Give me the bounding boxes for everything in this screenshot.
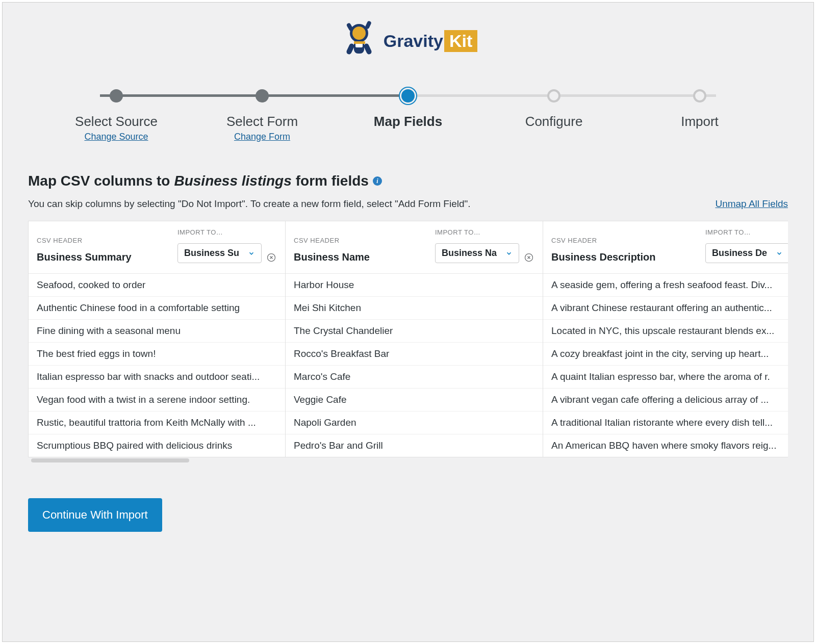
- preview-cell: Pedro's Bar and Grill: [286, 434, 543, 457]
- step-label: Select Form: [226, 114, 298, 130]
- clear-mapping-button[interactable]: [523, 252, 534, 263]
- chevron-down-icon: [248, 250, 255, 257]
- step-configure: Configure: [481, 89, 627, 130]
- step-label: Configure: [525, 114, 583, 130]
- unmap-all-link[interactable]: Unmap All Fields: [715, 198, 788, 210]
- csv-header-value: Business Description: [551, 251, 700, 263]
- preview-cell: A vibrant vegan cafe offering a deliciou…: [543, 389, 788, 411]
- svg-rect-8: [354, 41, 365, 44]
- preview-cell: Harbor House: [286, 274, 543, 297]
- preview-cell: A vibrant Chinese restaurant offering an…: [543, 297, 788, 320]
- import-to-select[interactable]: Business Su: [177, 243, 262, 263]
- import-to-select[interactable]: Business De: [705, 243, 788, 263]
- chevron-down-icon: [776, 250, 783, 257]
- preview-cell: Vegan food with a twist in a serene indo…: [29, 389, 285, 411]
- preview-cell: A seaside gem, offering a fresh seafood …: [543, 274, 788, 297]
- change-source-link[interactable]: Change Source: [84, 132, 148, 142]
- csv-header-value: Business Summary: [37, 251, 172, 263]
- import-to-label: IMPORT TO…: [705, 228, 788, 236]
- astronaut-icon: [339, 18, 379, 64]
- csv-header-label: CSV HEADER: [294, 237, 430, 244]
- svg-rect-3: [363, 43, 372, 55]
- svg-rect-2: [346, 43, 355, 55]
- preview-cell: Authentic Chinese food in a comfortable …: [29, 297, 285, 320]
- preview-cell: Fine dining with a seasonal menu: [29, 320, 285, 343]
- progress-stepper: Select Source Change Source Select Form …: [3, 79, 813, 173]
- preview-cell: Seafood, cooked to order: [29, 274, 285, 297]
- preview-cell: Mei Shi Kitchen: [286, 297, 543, 320]
- clear-mapping-button[interactable]: [266, 252, 277, 263]
- horizontal-scrollbar[interactable]: [28, 458, 788, 462]
- step-label: Select Source: [75, 114, 158, 130]
- page-title: Map CSV columns to Business listings for…: [28, 173, 788, 189]
- preview-cell: Marco's Cafe: [286, 366, 543, 389]
- step-map-fields: Map Fields: [335, 89, 481, 130]
- change-form-link[interactable]: Change Form: [234, 132, 290, 142]
- preview-cell: The best fried eggs in town!: [29, 343, 285, 366]
- preview-cell: Veggie Cafe: [286, 389, 543, 411]
- svg-point-6: [352, 27, 366, 40]
- mapping-table: CSV HEADER Business Summary IMPORT TO… B…: [28, 221, 788, 462]
- step-import: Import: [627, 89, 773, 130]
- csv-header-label: CSV HEADER: [37, 237, 172, 244]
- help-text: You can skip columns by selecting "Do No…: [28, 198, 471, 210]
- close-circle-icon: [524, 252, 534, 263]
- preview-cell: Italian espresso bar with snacks and out…: [29, 366, 285, 389]
- brand-logo: Gravity Kit: [339, 18, 478, 64]
- step-select-form: Select Form Change Form: [189, 89, 335, 142]
- preview-cell: An American BBQ haven where smoky flavor…: [543, 434, 788, 457]
- csv-header-label: CSV HEADER: [551, 237, 700, 244]
- import-to-label: IMPORT TO…: [177, 228, 262, 236]
- mapping-column: CSV HEADER Business Name IMPORT TO… Busi…: [286, 221, 543, 457]
- preview-cell: Rustic, beautiful trattoria from Keith M…: [29, 411, 285, 434]
- continue-import-button[interactable]: Continue With Import: [28, 498, 162, 532]
- info-icon[interactable]: i: [373, 176, 382, 186]
- csv-header-value: Business Name: [294, 251, 430, 263]
- preview-cell: A cozy breakfast joint in the city, serv…: [543, 343, 788, 366]
- step-label: Map Fields: [374, 114, 442, 130]
- step-label: Import: [681, 114, 719, 130]
- mapping-column: CSV HEADER Business Description IMPORT T…: [543, 221, 788, 457]
- step-select-source: Select Source Change Source: [43, 89, 189, 142]
- preview-cell: A traditional Italian ristorante where e…: [543, 411, 788, 434]
- preview-cell: A quaint Italian espresso bar, where the…: [543, 366, 788, 389]
- mapping-column: CSV HEADER Business Summary IMPORT TO… B…: [28, 221, 286, 457]
- brand-text-b: Kit: [444, 30, 477, 52]
- preview-cell: Located in NYC, this upscale restaurant …: [543, 320, 788, 343]
- close-circle-icon: [266, 252, 276, 263]
- chevron-down-icon: [505, 250, 513, 257]
- brand-text-a: Gravity: [384, 31, 443, 51]
- import-to-select[interactable]: Business Na: [435, 243, 519, 263]
- preview-cell: Rocco's Breakfast Bar: [286, 343, 543, 366]
- preview-cell: The Crystal Chandelier: [286, 320, 543, 343]
- preview-cell: Napoli Garden: [286, 411, 543, 434]
- preview-cell: Scrumptious BBQ paired with delicious dr…: [29, 434, 285, 457]
- import-to-label: IMPORT TO…: [435, 228, 519, 236]
